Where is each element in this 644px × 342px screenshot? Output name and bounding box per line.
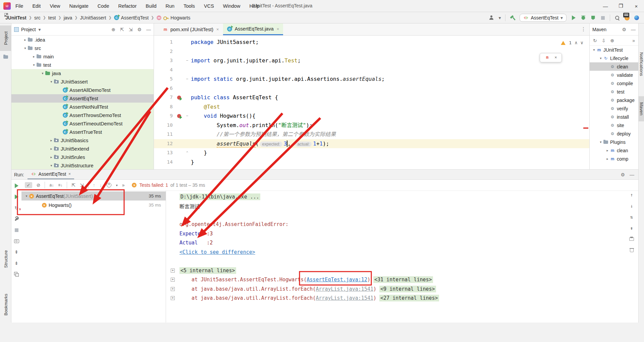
project-tree-row[interactable]: AssertTimeoutDemoTest bbox=[11, 119, 154, 128]
console-expand-slot[interactable]: + bbox=[166, 296, 179, 300]
right-stripe-tab-maven[interactable]: Maven bbox=[639, 96, 644, 121]
project-tree-row[interactable]: AssertNotNullTest bbox=[11, 103, 154, 111]
code-line-7[interactable]: 7public class AssertEqTest { bbox=[154, 93, 589, 102]
project-tree-row[interactable]: AssertAllDemoTest bbox=[11, 86, 154, 94]
project-tree-row[interactable]: ▸JUnit5extend bbox=[11, 145, 154, 153]
build-icon[interactable] bbox=[510, 15, 515, 20]
code-line-9[interactable]: 9− void Hogwarts(){ bbox=[154, 111, 589, 121]
tree-chevron-icon[interactable]: ▸ bbox=[605, 157, 610, 161]
run-configuration-select[interactable]: AssertEqTest ▾ bbox=[520, 14, 567, 22]
project-tree-row[interactable]: AssertThrowsDemoTest bbox=[11, 111, 154, 119]
code-with-me-icon[interactable] bbox=[634, 15, 639, 20]
project-tree-row[interactable]: ▾java bbox=[11, 69, 154, 77]
expand-all-tests-icon[interactable]: ⇱ bbox=[71, 182, 75, 188]
code-line-15[interactable]: 15 bbox=[154, 167, 589, 169]
code-editor[interactable]: 1 ∧ ∨ × 1package JUnit5assert;23−import … bbox=[154, 36, 589, 169]
gutter-fold-marker[interactable]: ⌃ bbox=[183, 148, 191, 158]
console-link[interactable]: ArrayList.java:1541 bbox=[316, 286, 373, 292]
stop-button[interactable] bbox=[600, 15, 605, 20]
tab-close-icon[interactable]: × bbox=[216, 27, 219, 32]
run-tab-assert-eq-test[interactable]: AssertEqTest × bbox=[28, 170, 74, 179]
keyboard-input-icon[interactable] bbox=[623, 13, 629, 17]
history-dropdown-icon[interactable]: ▾ bbox=[116, 183, 118, 187]
code-line-4[interactable]: 4 bbox=[154, 65, 589, 75]
tree-chevron-icon[interactable]: ▾ bbox=[598, 56, 603, 60]
code-line-14[interactable]: 14} bbox=[154, 158, 589, 167]
menu-run[interactable]: Run bbox=[166, 3, 175, 9]
project-tree-row[interactable]: ▾test bbox=[11, 61, 154, 69]
tree-chevron-icon[interactable]: ▾ bbox=[23, 46, 28, 50]
maximize-button[interactable]: ❐ bbox=[613, 0, 629, 12]
maven-download-sources-icon[interactable]: ⇩ bbox=[602, 38, 606, 43]
expand-lines-icon[interactable]: + bbox=[171, 287, 175, 291]
tree-chevron-icon[interactable]: ▸ bbox=[605, 149, 610, 152]
run-settings-gear-icon[interactable]: ⚙ bbox=[621, 172, 625, 177]
maven-more-icon[interactable]: » bbox=[632, 38, 635, 43]
console-expand-slot[interactable]: + bbox=[166, 287, 179, 291]
sort-alphabetically-icon[interactable]: a↓ bbox=[49, 183, 54, 187]
sidebar-tab-structure[interactable]: Structure bbox=[0, 245, 11, 274]
coverage-button[interactable] bbox=[590, 15, 596, 20]
expand-lines-icon[interactable]: + bbox=[171, 296, 175, 300]
user-dropdown-icon[interactable]: ▾ bbox=[498, 15, 501, 20]
test-settings-icon[interactable] bbox=[14, 216, 19, 222]
maven-tree-row[interactable]: ⚙site bbox=[590, 121, 638, 129]
project-stripe-icon[interactable] bbox=[3, 54, 8, 60]
menu-navigate[interactable]: Navigate bbox=[69, 3, 89, 9]
menu-tools[interactable]: Tools bbox=[183, 3, 195, 9]
expand-lines-icon[interactable]: + bbox=[171, 278, 175, 282]
hide-panel-icon[interactable]: — bbox=[146, 27, 151, 32]
code-line-13[interactable]: 13⌃ } bbox=[154, 148, 589, 158]
gutter-fold-marker[interactable]: − bbox=[183, 74, 191, 84]
menu-code[interactable]: Code bbox=[98, 3, 109, 9]
show-passed-icon[interactable]: ✓ bbox=[25, 182, 32, 188]
tree-chevron-icon[interactable]: ▸ bbox=[49, 155, 54, 159]
test-console[interactable]: ↑ ↓ ⇅ ⇟ D:\jdk-11\bin\java.exe ...断言测试or… bbox=[166, 191, 638, 323]
project-tree-row[interactable]: ▸main bbox=[11, 52, 154, 61]
tree-chevron-icon[interactable]: ▾ bbox=[40, 71, 45, 75]
breadcrumb-item-src[interactable]: src bbox=[34, 15, 41, 20]
gutter-fold-marker[interactable]: − bbox=[183, 111, 191, 121]
tree-chevron-icon[interactable]: ▾ bbox=[24, 194, 29, 198]
pin-tab-icon[interactable]: ⇟ bbox=[14, 261, 18, 266]
scroll-down-icon[interactable]: ↓ bbox=[630, 203, 633, 209]
gutter-fold-marker[interactable]: − bbox=[183, 56, 191, 65]
project-tree-row[interactable]: AssertTrueTest bbox=[11, 128, 154, 136]
maven-settings-gear-icon[interactable]: ⚙ bbox=[622, 27, 626, 32]
collapse-all-icon[interactable]: ⇲ bbox=[129, 27, 133, 32]
expand-all-icon[interactable]: ⇱ bbox=[120, 27, 124, 32]
show-ignored-icon[interactable]: ⊘ bbox=[37, 182, 41, 188]
tree-chevron-icon[interactable]: ▸ bbox=[49, 147, 54, 151]
code-line-1[interactable]: 1package JUnit5assert; bbox=[154, 38, 589, 47]
project-tree-row[interactable]: ▾JUnit5structure bbox=[11, 161, 154, 170]
gutter-icon-slot[interactable] bbox=[175, 93, 183, 102]
close-button[interactable]: × bbox=[629, 0, 644, 12]
project-view-dropdown-icon[interactable]: ▾ bbox=[39, 27, 41, 32]
breadcrumb-item-asserteqtest[interactable]: AssertEqTest bbox=[114, 15, 149, 20]
code-line-11[interactable]: 11 //第一个参数为预期结果，第二个参数为实际结果 bbox=[154, 130, 589, 139]
search-everywhere-icon[interactable] bbox=[614, 15, 620, 20]
menu-view[interactable]: View bbox=[50, 3, 60, 9]
run-tab-close-icon[interactable]: × bbox=[68, 172, 71, 176]
project-tree-row[interactable]: ▸JUnit5rules bbox=[11, 153, 154, 161]
code-line-12[interactable]: 12 assertEquals(expected:3, actual:1+1); bbox=[154, 139, 589, 149]
sidebar-tab-project[interactable]: Project bbox=[0, 25, 11, 51]
code-line-2[interactable]: 2 bbox=[154, 47, 589, 56]
maven-tree-row[interactable]: ⚙compile bbox=[590, 79, 638, 88]
layout-settings-icon[interactable] bbox=[14, 272, 19, 277]
maven-tree-row[interactable]: ⚙package bbox=[590, 96, 638, 104]
project-tree-row[interactable]: ▾JUnit5assert bbox=[11, 77, 154, 86]
maven-tree-row[interactable]: ⚙deploy bbox=[590, 129, 638, 138]
maven-tree-row[interactable]: ▾Plugins bbox=[590, 138, 638, 146]
restore-layout-icon[interactable]: ⇞ bbox=[14, 249, 18, 255]
project-tree-row[interactable]: AssertEqTest bbox=[11, 94, 154, 103]
breadcrumb-item-junit5assert[interactable]: JUnit5assert bbox=[80, 15, 106, 20]
code-line-8[interactable]: 8 @Test bbox=[154, 102, 589, 112]
menu-window[interactable]: Window bbox=[223, 3, 240, 9]
tool-window-switcher-icon[interactable] bbox=[3, 12, 9, 18]
code-line-6[interactable]: 6 bbox=[154, 84, 589, 93]
rerun-icon[interactable] bbox=[14, 183, 19, 188]
test-tree-row[interactable]: ▾AssertEqTest (JUnit5assert)35 ms bbox=[21, 191, 166, 201]
menu-vcs[interactable]: VCS bbox=[204, 3, 214, 9]
rerun-failed-tests-icon[interactable]: 9 bbox=[14, 194, 19, 199]
